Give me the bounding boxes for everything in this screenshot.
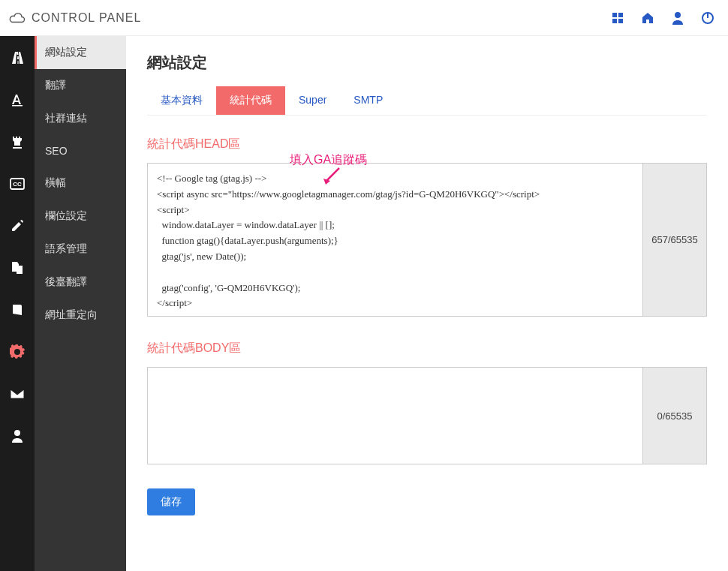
svg-rect-1 (618, 13, 623, 17)
submenu-item-redirect[interactable]: 網址重定向 (35, 299, 126, 332)
submenu-item-banner[interactable]: 橫幅 (35, 167, 126, 200)
grid-icon[interactable] (611, 11, 624, 25)
head-editor-row: 657/65535 (147, 163, 707, 317)
svg-rect-7 (12, 105, 23, 107)
tab-basic[interactable]: 基本資料 (147, 86, 216, 115)
svg-rect-3 (618, 19, 623, 23)
content: 網站設定 基本資料 統計代碼 Super SMTP 填入GA追蹤碼 統計代碼HE… (126, 36, 728, 571)
tab-tracking-code[interactable]: 統計代碼 (216, 86, 285, 115)
submenu: 網站設定 翻譯 社群連結 SEO 橫幅 欄位設定 語系管理 後臺翻譯 網址重定向 (35, 36, 126, 571)
iconbar-mail[interactable] (0, 380, 35, 408)
topbar-actions (611, 11, 714, 25)
tab-smtp[interactable]: SMTP (340, 86, 396, 115)
head-section-label: 統計代碼HEAD區 (147, 137, 707, 152)
iconbar-font[interactable] (0, 86, 35, 114)
svg-text:CC: CC (13, 181, 22, 188)
svg-point-10 (14, 430, 20, 436)
iconbar-chess[interactable] (0, 128, 35, 156)
iconbar-files[interactable] (0, 254, 35, 282)
body-code-textarea[interactable] (147, 367, 643, 464)
submenu-item-site-settings[interactable]: 網站設定 (35, 36, 126, 69)
submenu-item-seo[interactable]: SEO (35, 135, 126, 167)
page-title: 網站設定 (147, 53, 707, 73)
layout: CC 網站設定 翻譯 社群連結 SEO 橫幅 欄位設定 語系管理 後臺翻譯 網址… (0, 36, 728, 571)
iconbar: CC (0, 36, 35, 571)
iconbar-person[interactable] (0, 422, 35, 450)
iconbar-pencil[interactable] (0, 212, 35, 240)
svg-rect-2 (612, 19, 617, 23)
home-icon[interactable] (641, 11, 654, 25)
user-icon[interactable] (671, 11, 684, 25)
submenu-item-social[interactable]: 社群連結 (35, 102, 126, 135)
submenu-item-translate[interactable]: 翻譯 (35, 69, 126, 102)
head-code-counter: 657/65535 (643, 163, 707, 317)
svg-rect-0 (612, 13, 617, 17)
submenu-item-fields[interactable]: 欄位設定 (35, 200, 126, 233)
submenu-item-lang[interactable]: 語系管理 (35, 233, 126, 266)
iconbar-cc[interactable]: CC (0, 170, 35, 198)
power-icon[interactable] (701, 11, 714, 25)
body-section-label: 統計代碼BODY區 (147, 341, 707, 356)
save-button[interactable]: 儲存 (147, 488, 195, 515)
svg-point-4 (675, 12, 681, 18)
iconbar-road[interactable] (0, 44, 35, 72)
head-code-textarea[interactable] (147, 163, 643, 317)
cloud-icon (9, 12, 26, 24)
iconbar-book[interactable] (0, 296, 35, 324)
submenu-item-backend-translate[interactable]: 後臺翻譯 (35, 266, 126, 299)
tabs: 基本資料 統計代碼 Super SMTP (147, 86, 707, 116)
body-code-counter: 0/65535 (643, 367, 707, 464)
brand-title: CONTROL PANEL (32, 11, 141, 25)
tab-super[interactable]: Super (285, 86, 340, 115)
iconbar-gear[interactable] (0, 338, 35, 366)
topbar: CONTROL PANEL (0, 0, 728, 36)
brand: CONTROL PANEL (9, 11, 141, 25)
body-editor-row: 0/65535 (147, 367, 707, 464)
